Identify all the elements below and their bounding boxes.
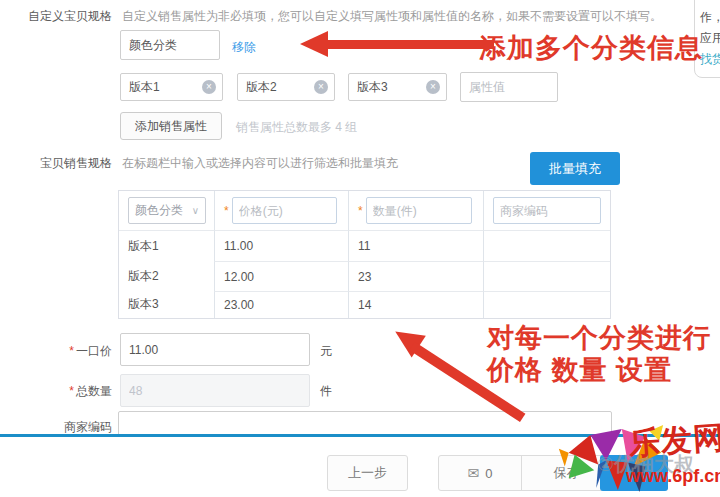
sku-row-qty[interactable]: 11 <box>348 231 483 261</box>
annotation-add-categories: 添加多个分类信息 <box>479 30 703 66</box>
tag-input-1[interactable]: 版本1 × <box>120 73 223 101</box>
annotation-set-price-line2: 价格 数量 设置 <box>487 352 672 388</box>
side-panel-link[interactable]: 找货 <box>700 49 720 70</box>
total-qty-input <box>120 374 310 407</box>
required-mark: * <box>358 204 363 218</box>
category-select-value: 颜色分类 <box>135 202 183 219</box>
draft-count-button[interactable]: ✉ 0 <box>439 456 521 490</box>
side-panel-text: 应用 <box>700 28 720 49</box>
sku-row-price[interactable]: 23.00 <box>214 291 348 318</box>
close-icon[interactable]: × <box>426 80 440 94</box>
table-header-code <box>483 191 610 231</box>
price-bulk-input[interactable] <box>232 197 337 224</box>
product-spec-form-page: 自定义宝贝规格 自定义销售属性为非必填项，您可以自定义填写属性项和属性值的名称，… <box>0 0 720 497</box>
sku-row-code[interactable] <box>483 291 610 318</box>
sale-spec-label: 宝贝销售规格 <box>0 155 112 172</box>
qty-bulk-input[interactable] <box>366 197 472 224</box>
tag-value: 版本1 <box>129 79 160 96</box>
property-name-input[interactable] <box>120 30 220 60</box>
table-header-category: 颜色分类 ∨ <box>119 191 214 231</box>
sku-row-name: 版本3 <box>119 291 214 318</box>
tag-input-2[interactable]: 版本2 × <box>237 73 335 101</box>
sku-table: 颜色分类 ∨ * * 版本1 11.00 11 版本2 12.00 23 版本3… <box>118 190 611 319</box>
sku-row-name: 版本2 <box>119 261 214 291</box>
close-icon[interactable]: × <box>314 80 328 94</box>
qty-label: *总数量 <box>0 383 112 400</box>
sale-spec-help: 在标题栏中输入或选择内容可以进行筛选和批量填充 <box>122 155 398 172</box>
category-filter-select[interactable]: 颜色分类 ∨ <box>128 197 206 224</box>
watermark-brand: 乐发网 <box>628 417 720 466</box>
sku-row-price[interactable]: 11.00 <box>214 231 348 261</box>
qty-unit: 件 <box>320 383 332 400</box>
remove-property-link[interactable]: 移除 <box>232 39 256 56</box>
tag-value: 版本3 <box>357 79 388 96</box>
sku-row-code[interactable] <box>483 231 610 261</box>
price-input[interactable] <box>120 333 310 366</box>
sku-row-qty[interactable]: 14 <box>348 291 483 318</box>
envelope-icon: ✉ <box>468 465 480 481</box>
price-unit: 元 <box>320 343 332 360</box>
table-header-price: * <box>214 191 348 231</box>
sku-row-qty[interactable]: 23 <box>348 261 483 291</box>
new-attribute-value-input[interactable] <box>460 72 558 102</box>
sku-row-code[interactable] <box>483 261 610 291</box>
tag-input-3[interactable]: 版本3 × <box>348 73 447 101</box>
arrow-shaft <box>324 40 494 49</box>
add-sale-attribute-button[interactable]: 添加销售属性 <box>120 112 222 140</box>
custom-spec-help: 自定义销售属性为非必填项，您可以自定义填写属性项和属性值的名称，如果不需要设置可… <box>122 8 687 25</box>
required-mark: * <box>69 384 74 398</box>
sku-row-name: 版本1 <box>119 231 214 261</box>
chevron-down-icon: ∨ <box>192 205 199 216</box>
watermark-url: www.6pf.cn <box>626 466 720 487</box>
tag-value: 版本2 <box>246 79 277 96</box>
code-bulk-input[interactable] <box>493 197 601 224</box>
add-attribute-hint: 销售属性总数最多 4 组 <box>236 119 357 136</box>
annotation-set-price-line1: 对每一个分类进行 <box>487 320 711 356</box>
side-panel-text: 作， <box>700 7 720 28</box>
table-header-qty: * <box>348 191 483 231</box>
bulk-fill-button[interactable]: 批量填充 <box>530 152 620 185</box>
price-label: *一口价 <box>0 343 112 360</box>
required-mark: * <box>224 204 229 218</box>
prev-step-button[interactable]: 上一步 <box>327 455 408 491</box>
close-icon[interactable]: × <box>202 80 216 94</box>
draft-count: 0 <box>485 466 492 481</box>
sku-row-price[interactable]: 12.00 <box>214 261 348 291</box>
custom-spec-label: 自定义宝贝规格 <box>0 8 112 25</box>
required-mark: * <box>69 344 74 358</box>
